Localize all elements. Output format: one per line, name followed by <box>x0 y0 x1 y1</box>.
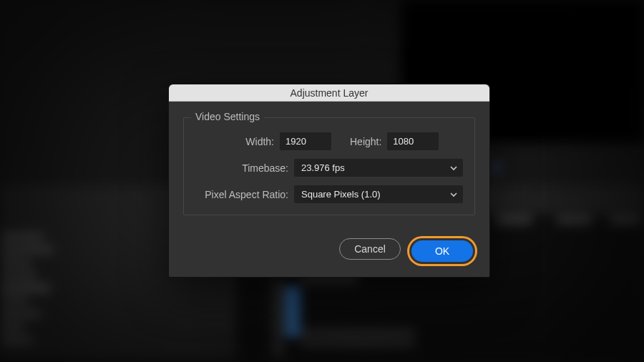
adjustment-layer-dialog: Adjustment Layer Video Settings Width: H… <box>168 84 490 278</box>
timebase-value: 23.976 fps <box>301 162 345 173</box>
height-input[interactable] <box>387 132 439 150</box>
dialog-titlebar[interactable]: Adjustment Layer <box>169 84 489 102</box>
timebase-label: Timebase: <box>195 162 288 174</box>
width-input[interactable] <box>280 132 331 150</box>
dialog-body: Video Settings Width: Height: Timebase: … <box>169 102 489 228</box>
cancel-button-label: Cancel <box>354 243 386 255</box>
par-label: Pixel Aspect Ratio: <box>195 189 288 200</box>
chevron-down-icon <box>450 191 457 198</box>
timebase-select[interactable]: 23.976 fps <box>294 159 463 177</box>
row-dimensions: Width: Height: <box>195 132 463 150</box>
width-label: Width: <box>195 136 274 147</box>
par-select[interactable]: Square Pixels (1.0) <box>294 185 463 203</box>
group-legend: Video Settings <box>191 111 264 122</box>
chevron-down-icon <box>450 165 457 172</box>
par-value: Square Pixels (1.0) <box>301 189 381 200</box>
cancel-button[interactable]: Cancel <box>339 238 401 260</box>
video-settings-group: Video Settings Width: Height: Timebase: … <box>183 117 475 215</box>
dialog-footer: Cancel OK <box>169 228 489 277</box>
ok-button-highlight: OK <box>409 238 475 264</box>
row-par: Pixel Aspect Ratio: Square Pixels (1.0) <box>195 185 463 203</box>
height-label: Height: <box>350 136 381 147</box>
row-timebase: Timebase: 23.976 fps <box>195 159 463 177</box>
dialog-title: Adjustment Layer <box>291 87 369 99</box>
ok-button[interactable]: OK <box>411 240 473 262</box>
ok-button-label: OK <box>435 245 449 257</box>
